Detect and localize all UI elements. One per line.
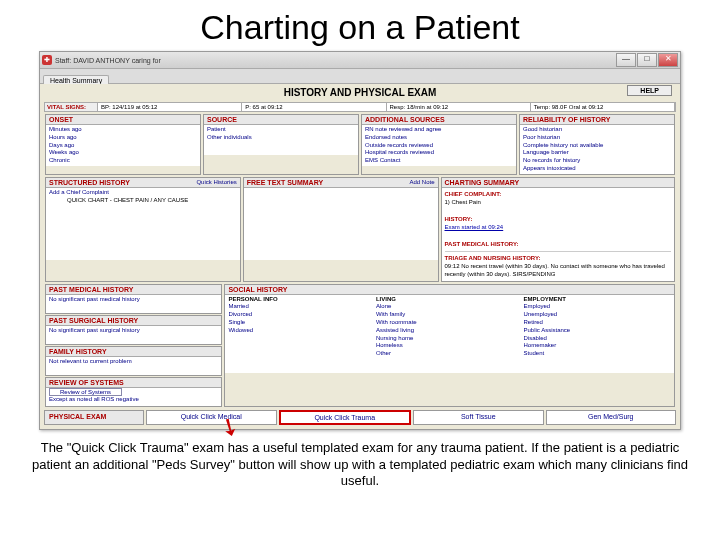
social-history-section: SOCIAL HISTORY PERSONAL INFO Married Div… (224, 284, 675, 407)
onset-item[interactable]: Chronic (49, 157, 197, 165)
living-item[interactable]: Alone (376, 303, 391, 309)
onset-item[interactable]: Days ago (49, 142, 197, 150)
slide-title: Charting on a Patient (0, 8, 720, 47)
pmh-label: PAST MEDICAL HISTORY: (445, 241, 519, 247)
soft-tissue-button[interactable]: Soft Tissue (413, 410, 544, 425)
family-header: FAMILY HISTORY (46, 347, 221, 357)
addl-header: ADDITIONAL SOURCES (362, 115, 516, 125)
employ-item[interactable]: Unemployed (523, 311, 557, 317)
charting-summary-section: CHARTING SUMMARY CHIEF COMPLAINT: 1) Che… (441, 177, 676, 282)
ros-button[interactable]: Review of Systems (49, 388, 122, 396)
social-header: SOCIAL HISTORY (225, 285, 674, 295)
vitals-temp: Temp: 98.0F Oral at 09:12 (531, 103, 675, 111)
triage-label: TRIAGE AND NURSING HISTORY: (445, 255, 541, 261)
social-item[interactable]: Single (228, 319, 245, 325)
living-item[interactable]: Nursing home (376, 335, 413, 341)
quick-click-trauma-button[interactable]: Quick Click Trauma (279, 410, 412, 425)
help-button[interactable]: HELP (627, 85, 672, 96)
addl-item[interactable]: RN note reviewed and agree (365, 126, 513, 134)
employ-item[interactable]: Public Assistance (523, 327, 570, 333)
titlebar: ✚ Staff: DAVID ANTHONY caring for — □ ✕ (40, 52, 680, 69)
living-item[interactable]: With family (376, 311, 405, 317)
physical-exam-row: PHYSICAL EXAM Quick Click Medical Quick … (44, 410, 676, 425)
pe-header: PHYSICAL EXAM (44, 410, 144, 425)
employ-item[interactable]: Student (523, 350, 544, 356)
maximize-button[interactable]: □ (637, 53, 657, 67)
reliab-item[interactable]: Complete history not available (523, 142, 671, 150)
addl-item[interactable]: Outside records reviewed (365, 142, 513, 150)
employ-item[interactable]: Retired (523, 319, 542, 325)
history-value[interactable]: Exam started at 09:24 (445, 224, 504, 230)
structured-history-section: STRUCTURED HISTORYQuick Histories Add a … (45, 177, 241, 282)
addl-sources-section: ADDITIONAL SOURCES RN note reviewed and … (361, 114, 517, 175)
tab-row: Health Summary (40, 69, 680, 84)
addl-item[interactable]: Endorsed notes (365, 134, 513, 142)
family-item[interactable]: Not relevant to current problem (49, 358, 218, 366)
reliab-item[interactable]: Poor historian (523, 134, 671, 142)
gen-medsurg-button[interactable]: Gen Med/Surg (546, 410, 677, 425)
add-chief-complaint[interactable]: Add a Chief Complaint (49, 189, 237, 197)
employ-item[interactable]: Homemaker (523, 342, 556, 348)
living-item[interactable]: Other (376, 350, 391, 356)
onset-section: ONSET Minutes ago Hours ago Days ago Wee… (45, 114, 201, 175)
living-item[interactable]: With roommate (376, 319, 417, 325)
history-label: HISTORY: (445, 216, 473, 222)
employ-item[interactable]: Disabled (523, 335, 546, 341)
reliab-item[interactable]: Language barrier (523, 149, 671, 157)
struct-header: STRUCTURED HISTORYQuick Histories (46, 178, 240, 188)
slide-caption: The "Quick Click Trauma" exam has a usef… (30, 440, 690, 491)
social-item[interactable]: Married (228, 303, 248, 309)
onset-item[interactable]: Minutes ago (49, 126, 197, 134)
vitals-pulse: P: 65 at 09:12 (242, 103, 386, 111)
psh-section: PAST SURGICAL HISTORY No significant pas… (45, 315, 222, 345)
vital-signs-bar: VITAL SIGNS: BP: 124/119 at 05:12 P: 65 … (44, 102, 676, 112)
reliability-header: RELIABILITY OF HISTORY (520, 115, 674, 125)
free-text-section: FREE TEXT SUMMARYAdd Note (243, 177, 439, 282)
cc-value: 1) Chest Pain (445, 199, 481, 205)
social-item[interactable]: Divorced (228, 311, 252, 317)
ros-item[interactable]: Except as noted all ROS negative (49, 396, 218, 404)
quick-chart-item[interactable]: QUICK CHART - CHEST PAIN / ANY CAUSE (67, 197, 237, 205)
social-item[interactable]: Widowed (228, 327, 253, 333)
family-section: FAMILY HISTORY Not relevant to current p… (45, 346, 222, 376)
source-section: SOURCE Patient Other individuals (203, 114, 359, 175)
minimize-button[interactable]: — (616, 53, 636, 67)
onset-item[interactable]: Hours ago (49, 134, 197, 142)
app-window: ✚ Staff: DAVID ANTHONY caring for — □ ✕ … (39, 51, 681, 430)
psh-item[interactable]: No significant past surgical history (49, 327, 218, 335)
cc-label: CHIEF COMPLAINT: (445, 191, 502, 197)
reliab-item[interactable]: Appears intoxicated (523, 165, 671, 173)
personal-info-label: PERSONAL INFO (228, 296, 277, 302)
ros-section: REVIEW OF SYSTEMS Review of Systems Exce… (45, 377, 222, 407)
close-button[interactable]: ✕ (658, 53, 678, 67)
main-title: HISTORY AND PHYSICAL EXAM HELP (40, 84, 680, 101)
reliab-item[interactable]: No records for history (523, 157, 671, 165)
pmh-header: PAST MEDICAL HISTORY (46, 285, 221, 295)
titlebar-text: Staff: DAVID ANTHONY caring for (55, 57, 616, 64)
quick-click-medical-button[interactable]: Quick Click Medical (146, 410, 277, 425)
reliability-section: RELIABILITY OF HISTORY Good historian Po… (519, 114, 675, 175)
addl-item[interactable]: EMS Contact (365, 157, 513, 165)
source-item[interactable]: Patient (207, 126, 355, 134)
living-item[interactable]: Assisted living (376, 327, 414, 333)
employ-item[interactable]: Employed (523, 303, 550, 309)
add-note-link[interactable]: Add Note (409, 179, 434, 185)
onset-item[interactable]: Weeks ago (49, 149, 197, 157)
living-label: LIVING (376, 296, 396, 302)
living-item[interactable]: Homeless (376, 342, 403, 348)
vitals-bp: BP: 124/119 at 05:12 (98, 103, 242, 111)
addl-item[interactable]: Hospital records reviewed (365, 149, 513, 157)
source-item[interactable]: Other individuals (207, 134, 355, 142)
triage-value: 09:12 No recent travel (within 30 days).… (445, 263, 665, 277)
source-header: SOURCE (204, 115, 358, 125)
vitals-resp: Resp: 18/min at 09:12 (387, 103, 531, 111)
employ-label: EMPLOYMENT (523, 296, 565, 302)
vitals-label: VITAL SIGNS: (45, 103, 98, 111)
reliab-item[interactable]: Good historian (523, 126, 671, 134)
app-icon: ✚ (42, 55, 52, 65)
quick-histories-link[interactable]: Quick Histories (196, 179, 236, 185)
pmh-section: PAST MEDICAL HISTORY No significant past… (45, 284, 222, 314)
pmh-item[interactable]: No significant past medical history (49, 296, 218, 304)
freetext-header: FREE TEXT SUMMARYAdd Note (244, 178, 438, 188)
psh-header: PAST SURGICAL HISTORY (46, 316, 221, 326)
